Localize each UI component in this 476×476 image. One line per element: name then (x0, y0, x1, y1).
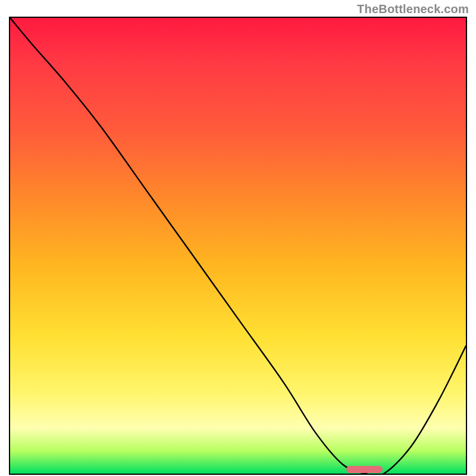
chart-stage: TheBottleneck.com (0, 0, 476, 476)
watermark-text: TheBottleneck.com (357, 2, 469, 16)
plot-border (9, 17, 467, 475)
plot-area (9, 17, 467, 475)
